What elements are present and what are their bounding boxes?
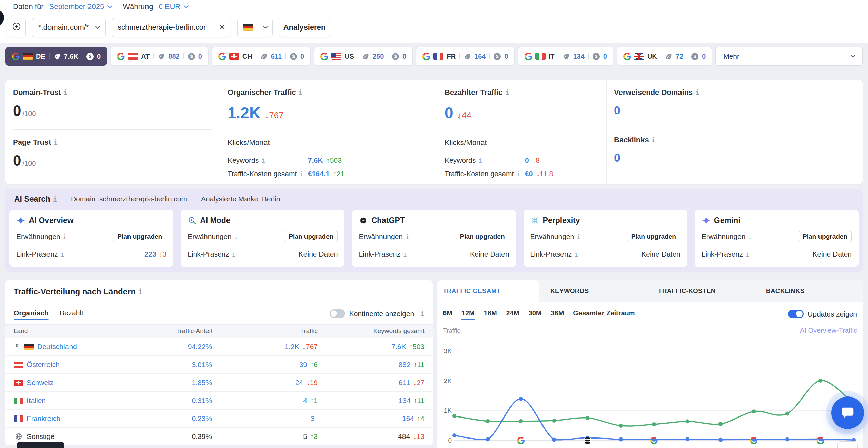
info-icon[interactable] [505,89,509,96]
upgrade-plan-button[interactable]: Plan upgraden [456,231,509,242]
info-icon[interactable] [406,233,409,240]
share-value[interactable]: 94.22% [188,343,212,350]
keywords-value: 484 [398,432,410,440]
chip-country-code: IT [549,53,555,60]
range-18m[interactable]: 18M [484,309,497,320]
country-chip-it[interactable]: IT 134 $ 0 [518,47,613,66]
country-chip-ch[interactable]: CH 611 $ 0 [212,47,311,66]
country-traffic-title: Traffic-Verteilung nach Ländern [5,280,433,303]
link-presence-row: Link-Präsenz Keine Daten [188,248,338,260]
upgrade-plan-button[interactable]: Plan upgraden [284,231,338,242]
traffic-value[interactable]: 24 [295,379,303,386]
upgrade-plan-button[interactable]: Plan upgraden [798,231,852,242]
info-icon[interactable] [695,89,699,96]
more-countries-select[interactable]: Mehr [715,47,863,66]
info-icon[interactable] [577,233,580,240]
info-icon[interactable] [746,251,749,258]
info-icon[interactable] [53,196,57,203]
share-value[interactable]: 0.31% [192,396,212,404]
range-12m[interactable]: 12M [461,309,475,320]
country-link[interactable]: Österreich [27,361,60,369]
keywords-value[interactable]: 882 [399,361,411,368]
info-icon[interactable] [574,251,578,258]
country-chip-at[interactable]: AT 882 $ 0 [111,47,209,66]
info-icon[interactable] [234,233,238,240]
country-link[interactable]: Schweiz [27,379,53,387]
info-icon[interactable] [516,170,520,178]
domain-input[interactable]: schmerztherapie-berlin.cor [112,18,231,37]
country-chip-uk[interactable]: UK 72 $ 0 [617,47,712,66]
range-36m[interactable]: 36M [551,309,564,320]
chevron-down-icon [851,53,855,58]
keywords-value[interactable]: 7.6K [391,343,406,350]
country-link[interactable]: Frankreich [27,414,60,423]
bottom-left-widget[interactable] [17,442,64,448]
country-chip-fr[interactable]: FR 164 $ 0 [416,47,514,66]
info-icon[interactable] [299,170,303,178]
share-value[interactable]: 1.85% [192,379,212,386]
divider [82,53,82,59]
keywords-value[interactable]: 164 [402,414,414,422]
traffic-value[interactable]: 3 [311,414,315,422]
continents-toggle[interactable] [330,309,345,318]
share-value[interactable]: 0.23% [192,414,212,422]
info-icon[interactable] [63,233,67,240]
tab-keywords[interactable]: KEYWORDS [539,280,647,302]
tab-traffic-kosten[interactable]: TRAFFIC-KOSTEN [647,280,755,302]
organic-traffic-unit: Klicks/Monat [228,138,429,147]
range-all[interactable]: Gesamter Zeitraum [573,309,635,320]
page-trust-value: 0/100 [13,152,212,169]
country-link[interactable]: Italien [27,396,46,405]
tab-organic[interactable]: Organisch [14,309,49,320]
domain-trust-title: Domain-Trust [13,88,212,97]
keywords-value[interactable]: 134 [399,396,411,404]
traffic-value[interactable]: 4 [303,396,307,404]
organic-traffic-icon [157,53,165,60]
clear-domain-icon[interactable] [219,23,225,32]
info-icon[interactable] [421,310,425,317]
seo-dashboard: Daten für September 2025 Währung € EUR *… [0,0,868,448]
info-icon[interactable] [138,288,142,296]
analyze-button[interactable]: Analysieren [279,18,330,37]
share-value[interactable]: 3.01% [192,361,212,368]
ai-card-title: AI Mode [200,216,230,225]
currency-select[interactable]: € EUR [158,2,188,11]
info-icon[interactable] [232,251,236,258]
country-chip-de[interactable]: DE 7.6K $ 0 [5,47,107,66]
country-select[interactable] [237,18,273,37]
info-icon[interactable] [261,157,265,164]
info-icon[interactable] [64,89,67,96]
traffic-cost-row: Traffic-Kosten gesamt €0 ↓11.8 [445,170,598,178]
tab-paid[interactable]: Bezahlt [60,309,83,320]
ai-card-title: AI Overview [29,216,74,225]
updates-toggle[interactable] [788,310,804,318]
info-icon[interactable] [748,233,752,240]
flag-usa-icon [331,53,341,60]
ai-overview-traffic-link[interactable]: AI Overview-Traffic [800,327,857,334]
info-icon[interactable] [61,251,64,258]
tab-backlinks[interactable]: BACKLINKS [755,280,863,302]
table-header: Land Traffic-Anteil Traffic Keywords ges… [5,324,433,338]
traffic-value[interactable]: 39 [299,361,307,368]
info-icon[interactable] [478,157,482,164]
upgrade-plan-button[interactable]: Plan upgraden [113,231,166,242]
add-domain-button[interactable] [7,18,26,37]
country-link[interactable]: Deutschland [37,343,77,351]
url-pattern-select[interactable]: *.domain.com/* [32,18,106,37]
tab-traffic-gesamt[interactable]: TRAFFIC GESAMT [437,280,539,302]
range-30m[interactable]: 30M [529,309,542,320]
month-select[interactable]: September 2025 [49,2,112,11]
upgrade-plan-button[interactable]: Plan upgraden [627,231,680,242]
info-icon[interactable] [403,251,407,258]
range-24m[interactable]: 24M [506,309,519,320]
info-icon[interactable] [652,137,655,144]
traffic-value[interactable]: 1.2K [284,343,299,350]
chat-widget-button[interactable] [831,396,864,429]
keywords-value[interactable]: 611 [399,379,410,386]
info-icon[interactable] [299,89,302,96]
country-chip-us[interactable]: US 250 $ 0 [314,47,413,66]
chat-widget-handle[interactable] [837,441,858,448]
range-6m[interactable]: 6M [443,309,452,320]
info-icon[interactable] [54,139,57,146]
traffic-chart[interactable]: 01K2K3KSep 2024Nov 2024Jan 2025Mär 2025M… [437,336,863,448]
